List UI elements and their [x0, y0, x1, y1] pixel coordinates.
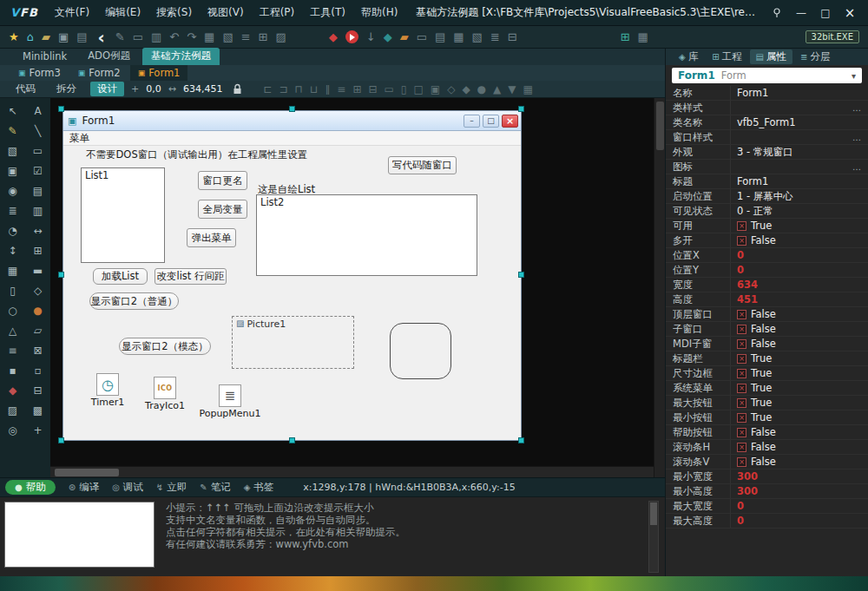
property-value[interactable]: ×False: [730, 455, 868, 469]
timer-icon[interactable]: ◔: [0, 222, 25, 239]
property-value[interactable]: Form1: [730, 86, 868, 100]
grid-icon[interactable]: ▦: [204, 31, 214, 43]
table-icon[interactable]: ▦: [0, 262, 25, 279]
code-view-button[interactable]: 代码: [9, 82, 43, 96]
bookmarks-button[interactable]: ◈书签: [244, 481, 274, 494]
project-tab-1[interactable]: Miniblink: [14, 49, 76, 65]
form-tab-form3[interactable]: ▣Form3: [10, 65, 69, 81]
property-value[interactable]: ×False: [730, 425, 868, 439]
resize-handle-top-left[interactable]: [58, 106, 64, 112]
property-value[interactable]: 0: [730, 499, 868, 513]
property-value[interactable]: …: [730, 160, 868, 174]
tabcontrol-icon[interactable]: ⊞: [25, 242, 50, 259]
menu-item-7[interactable]: 帮助(H): [353, 2, 405, 23]
button-show-window2-modal[interactable]: 显示窗口2（模态）: [119, 338, 211, 355]
pointer-icon[interactable]: ↖: [0, 102, 25, 119]
property-row-13[interactable]: 位置Y0: [666, 263, 868, 278]
ellipse-icon[interactable]: ○: [0, 302, 25, 318]
resize-handle-bottom-center[interactable]: [289, 437, 295, 443]
picturebox-icon[interactable]: ▧: [0, 142, 25, 159]
back-icon[interactable]: ‹: [98, 29, 105, 46]
property-value[interactable]: 0: [730, 514, 868, 528]
button-rename-window[interactable]: 窗口更名: [198, 171, 247, 190]
checkbox-icon[interactable]: ☑: [25, 162, 50, 179]
same-height-icon[interactable]: ⊟: [368, 84, 377, 95]
send-back-icon[interactable]: ●: [477, 84, 486, 95]
panel-icon[interactable]: ▯: [0, 282, 25, 299]
menu-item-3[interactable]: 搜索(S): [148, 2, 200, 23]
property-value[interactable]: ×True: [730, 366, 868, 380]
form-preview[interactable]: ▣ Form1 – □ × 菜单 不需要DOS窗口（调试输出用）在工程属性里设置…: [62, 110, 522, 441]
ellipsis-button[interactable]: …: [852, 162, 861, 172]
vscroll-icon[interactable]: ↕: [0, 242, 25, 259]
property-value[interactable]: 0 - 正常: [730, 204, 868, 218]
redo-icon[interactable]: ↷: [187, 31, 196, 43]
close-button[interactable]: ×: [838, 4, 861, 22]
center-in-form-icon[interactable]: ▣: [431, 84, 440, 95]
grid-toggle-icon[interactable]: ▦: [523, 84, 533, 95]
debug-button[interactable]: ◎调试: [112, 481, 143, 494]
component-trayicon[interactable]: ICO TrayIco1: [135, 377, 194, 411]
undo-icon[interactable]: ↶: [169, 31, 179, 43]
help-list-box[interactable]: [4, 502, 155, 568]
hatchbox-icon[interactable]: ▨: [0, 402, 25, 418]
combobox-icon[interactable]: ▤: [25, 182, 50, 199]
property-row-16[interactable]: 顶层窗口×False: [666, 307, 868, 322]
edit-icon[interactable]: ✎: [115, 31, 125, 43]
minimize-button[interactable]: —: [790, 4, 812, 22]
checkbox-icon[interactable]: ×: [737, 457, 746, 467]
checkbox-icon[interactable]: ×: [737, 384, 746, 393]
property-value[interactable]: ×True: [730, 410, 868, 424]
property-row-11[interactable]: 多开×False: [666, 233, 868, 248]
panel-icon[interactable]: ▤: [435, 31, 445, 43]
print-icon[interactable]: ▤: [76, 31, 87, 43]
checkbox-icon[interactable]: ×: [737, 413, 746, 423]
updown-icon[interactable]: △: [0, 322, 25, 338]
canvas-vscrollbar[interactable]: [654, 98, 665, 477]
property-row-12[interactable]: 位置X0: [666, 248, 868, 263]
align-right-icon[interactable]: ⊐: [279, 84, 288, 95]
immediate-button[interactable]: ↯立即: [156, 481, 187, 494]
hscroll-icon[interactable]: ↔: [25, 222, 50, 239]
lightbox-icon[interactable]: ▫: [25, 362, 50, 378]
densebox-icon[interactable]: ▩: [25, 402, 50, 418]
property-row-20[interactable]: 尺寸边框×True: [666, 366, 868, 381]
object-selector[interactable]: Form1 Form ▾: [672, 68, 862, 83]
property-value[interactable]: …: [730, 101, 868, 115]
report-icon[interactable]: ▧: [472, 31, 483, 43]
ellipsis-button[interactable]: …: [852, 133, 861, 142]
menu-item-6[interactable]: 工具(T): [302, 2, 353, 23]
checkbox-icon[interactable]: ×: [737, 236, 746, 246]
layout-icon[interactable]: ▧: [222, 31, 233, 43]
textedit-icon[interactable]: ✎: [0, 122, 25, 139]
maximize-button[interactable]: □: [814, 4, 837, 22]
checkbox-icon[interactable]: ×: [737, 443, 746, 452]
add-icon[interactable]: +: [25, 422, 50, 438]
listbox-icon[interactable]: ≣: [0, 202, 25, 219]
center-vertical-icon[interactable]: ∥: [325, 84, 330, 95]
checkbox-icon[interactable]: ×: [737, 398, 746, 408]
split-icon[interactable]: ▥: [151, 31, 161, 43]
favorites-icon[interactable]: ★: [9, 31, 19, 43]
property-value[interactable]: 451: [730, 292, 868, 306]
run-icon[interactable]: [345, 30, 358, 43]
stop-icon[interactable]: ◆: [329, 31, 338, 43]
target-icon[interactable]: ◎: [0, 422, 25, 438]
shape-icon[interactable]: ◇: [25, 282, 50, 299]
resize-handle-top-right[interactable]: [518, 106, 524, 112]
property-row-25[interactable]: 滚动条H×False: [666, 440, 868, 455]
collapse-icon[interactable]: ⊟: [508, 31, 517, 43]
property-value[interactable]: ×True: [730, 396, 868, 410]
checkbox-icon[interactable]: ×: [737, 221, 746, 231]
ellipsis-button[interactable]: …: [852, 103, 861, 113]
property-value[interactable]: ×False: [730, 440, 868, 454]
progressbar-icon[interactable]: ▬: [25, 262, 50, 279]
bring-front-icon[interactable]: ◆: [462, 84, 470, 95]
help-button[interactable]: ●帮助: [5, 480, 56, 495]
smallbox-icon[interactable]: ▪: [0, 362, 25, 378]
order-icon[interactable]: ◇: [447, 84, 455, 95]
property-row-7[interactable]: 标题Form1: [666, 174, 868, 189]
splitter-icon[interactable]: ⊟: [25, 382, 50, 398]
property-value[interactable]: ×True: [730, 219, 868, 233]
skewbox-icon[interactable]: ▱: [25, 322, 50, 338]
